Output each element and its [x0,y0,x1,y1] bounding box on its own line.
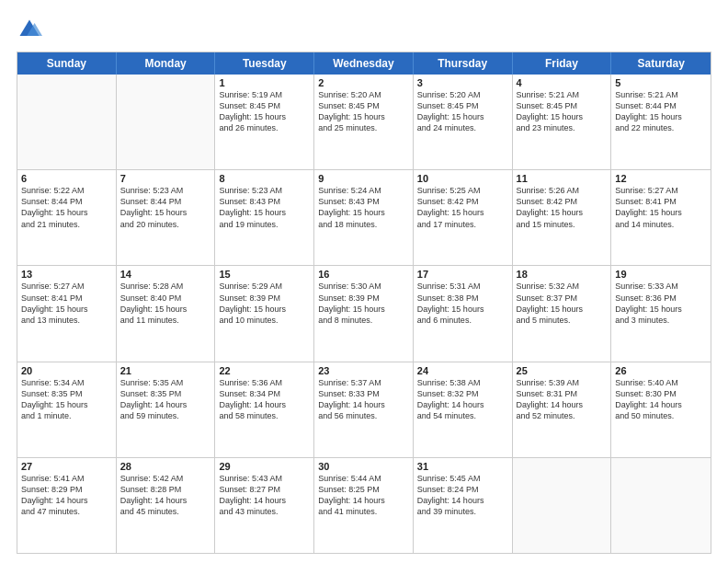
day-info: Sunrise: 5:28 AM Sunset: 8:40 PM Dayligh… [120,281,211,326]
day-info: Sunrise: 5:21 AM Sunset: 8:45 PM Dayligh… [517,89,608,134]
weekday-header-friday: Friday [513,52,612,75]
day-info: Sunrise: 5:34 AM Sunset: 8:35 PM Dayligh… [21,377,112,422]
day-info: Sunrise: 5:19 AM Sunset: 8:45 PM Dayligh… [219,89,310,134]
day-info: Sunrise: 5:41 AM Sunset: 8:29 PM Dayligh… [21,473,112,518]
day-number: 30 [318,461,409,472]
calendar-day-10: 10Sunrise: 5:25 AM Sunset: 8:42 PM Dayli… [414,170,513,265]
day-info: Sunrise: 5:29 AM Sunset: 8:39 PM Dayligh… [219,281,310,326]
day-number: 13 [21,269,112,280]
day-info: Sunrise: 5:39 AM Sunset: 8:31 PM Dayligh… [517,377,608,422]
day-info: Sunrise: 5:35 AM Sunset: 8:35 PM Dayligh… [120,377,211,422]
day-number: 28 [120,461,211,472]
header [17,17,711,42]
day-number: 8 [219,173,310,184]
day-info: Sunrise: 5:43 AM Sunset: 8:27 PM Dayligh… [219,473,310,518]
calendar-day-27: 27Sunrise: 5:41 AM Sunset: 8:29 PM Dayli… [17,458,117,553]
day-number: 23 [318,365,409,376]
logo-icon [17,17,42,42]
calendar-week-1: 1Sunrise: 5:19 AM Sunset: 8:45 PM Daylig… [17,75,711,170]
day-number: 7 [120,173,211,184]
day-number: 1 [219,77,310,88]
calendar-day-22: 22Sunrise: 5:36 AM Sunset: 8:34 PM Dayli… [215,362,314,457]
calendar-day-12: 12Sunrise: 5:27 AM Sunset: 8:41 PM Dayli… [611,170,711,265]
day-number: 19 [615,269,707,280]
calendar-day-9: 9Sunrise: 5:24 AM Sunset: 8:43 PM Daylig… [314,170,414,265]
calendar-day-21: 21Sunrise: 5:35 AM Sunset: 8:35 PM Dayli… [117,362,216,457]
weekday-header-saturday: Saturday [611,52,711,75]
day-number: 11 [517,173,608,184]
day-number: 27 [21,461,112,472]
calendar: SundayMondayTuesdayWednesdayThursdayFrid… [17,52,711,554]
calendar-day-11: 11Sunrise: 5:26 AM Sunset: 8:42 PM Dayli… [513,170,612,265]
calendar-day-4: 4Sunrise: 5:21 AM Sunset: 8:45 PM Daylig… [513,75,612,169]
day-number: 3 [417,77,508,88]
day-info: Sunrise: 5:37 AM Sunset: 8:33 PM Dayligh… [318,377,409,422]
weekday-header-thursday: Thursday [414,52,513,75]
calendar-day-25: 25Sunrise: 5:39 AM Sunset: 8:31 PM Dayli… [513,362,612,457]
day-number: 18 [517,269,608,280]
calendar-day-7: 7Sunrise: 5:23 AM Sunset: 8:44 PM Daylig… [117,170,216,265]
calendar-week-2: 6Sunrise: 5:22 AM Sunset: 8:44 PM Daylig… [17,170,711,266]
day-info: Sunrise: 5:38 AM Sunset: 8:32 PM Dayligh… [417,377,508,422]
day-number: 31 [417,461,508,472]
calendar-day-14: 14Sunrise: 5:28 AM Sunset: 8:40 PM Dayli… [117,266,216,361]
day-info: Sunrise: 5:20 AM Sunset: 8:45 PM Dayligh… [417,89,508,134]
weekday-header-monday: Monday [117,52,216,75]
day-info: Sunrise: 5:44 AM Sunset: 8:25 PM Dayligh… [318,473,409,518]
calendar-day-8: 8Sunrise: 5:23 AM Sunset: 8:43 PM Daylig… [215,170,314,265]
weekday-header-tuesday: Tuesday [215,52,314,75]
day-number: 21 [120,365,211,376]
day-info: Sunrise: 5:45 AM Sunset: 8:24 PM Dayligh… [417,473,508,518]
calendar-body: 1Sunrise: 5:19 AM Sunset: 8:45 PM Daylig… [17,75,711,553]
day-number: 14 [120,269,211,280]
day-number: 22 [219,365,310,376]
day-number: 2 [318,77,409,88]
calendar-day-28: 28Sunrise: 5:42 AM Sunset: 8:28 PM Dayli… [117,458,216,553]
calendar-day-26: 26Sunrise: 5:40 AM Sunset: 8:30 PM Dayli… [611,362,711,457]
day-info: Sunrise: 5:36 AM Sunset: 8:34 PM Dayligh… [219,377,310,422]
day-info: Sunrise: 5:26 AM Sunset: 8:42 PM Dayligh… [517,185,608,230]
calendar-day-5: 5Sunrise: 5:21 AM Sunset: 8:44 PM Daylig… [611,75,711,169]
day-number: 29 [219,461,310,472]
calendar-week-3: 13Sunrise: 5:27 AM Sunset: 8:41 PM Dayli… [17,266,711,362]
calendar-header: SundayMondayTuesdayWednesdayThursdayFrid… [17,52,711,75]
calendar-day-6: 6Sunrise: 5:22 AM Sunset: 8:44 PM Daylig… [17,170,117,265]
day-number: 25 [517,365,608,376]
day-info: Sunrise: 5:33 AM Sunset: 8:36 PM Dayligh… [615,281,707,326]
day-info: Sunrise: 5:23 AM Sunset: 8:43 PM Dayligh… [219,185,310,230]
day-info: Sunrise: 5:21 AM Sunset: 8:44 PM Dayligh… [615,89,707,134]
calendar-day-2: 2Sunrise: 5:20 AM Sunset: 8:45 PM Daylig… [314,75,414,169]
day-number: 4 [517,77,608,88]
calendar-day-17: 17Sunrise: 5:31 AM Sunset: 8:38 PM Dayli… [414,266,513,361]
day-info: Sunrise: 5:40 AM Sunset: 8:30 PM Dayligh… [615,377,707,422]
logo [17,17,46,42]
calendar-day-13: 13Sunrise: 5:27 AM Sunset: 8:41 PM Dayli… [17,266,117,361]
calendar-day-29: 29Sunrise: 5:43 AM Sunset: 8:27 PM Dayli… [215,458,314,553]
calendar-day-3: 3Sunrise: 5:20 AM Sunset: 8:45 PM Daylig… [414,75,513,169]
calendar-day-empty [17,75,117,169]
day-info: Sunrise: 5:24 AM Sunset: 8:43 PM Dayligh… [318,185,409,230]
calendar-day-18: 18Sunrise: 5:32 AM Sunset: 8:37 PM Dayli… [513,266,612,361]
calendar-day-empty [117,75,216,169]
calendar-day-16: 16Sunrise: 5:30 AM Sunset: 8:39 PM Dayli… [314,266,414,361]
day-number: 10 [417,173,508,184]
day-number: 26 [615,365,707,376]
day-info: Sunrise: 5:27 AM Sunset: 8:41 PM Dayligh… [21,281,112,326]
calendar-day-20: 20Sunrise: 5:34 AM Sunset: 8:35 PM Dayli… [17,362,117,457]
day-number: 20 [21,365,112,376]
weekday-header-sunday: Sunday [17,52,117,75]
calendar-day-19: 19Sunrise: 5:33 AM Sunset: 8:36 PM Dayli… [611,266,711,361]
day-number: 17 [417,269,508,280]
day-info: Sunrise: 5:27 AM Sunset: 8:41 PM Dayligh… [615,185,707,230]
calendar-day-24: 24Sunrise: 5:38 AM Sunset: 8:32 PM Dayli… [414,362,513,457]
day-number: 9 [318,173,409,184]
day-info: Sunrise: 5:30 AM Sunset: 8:39 PM Dayligh… [318,281,409,326]
day-number: 16 [318,269,409,280]
calendar-day-30: 30Sunrise: 5:44 AM Sunset: 8:25 PM Dayli… [314,458,414,553]
day-number: 5 [615,77,707,88]
day-info: Sunrise: 5:25 AM Sunset: 8:42 PM Dayligh… [417,185,508,230]
day-info: Sunrise: 5:22 AM Sunset: 8:44 PM Dayligh… [21,185,112,230]
calendar-day-31: 31Sunrise: 5:45 AM Sunset: 8:24 PM Dayli… [414,458,513,553]
day-info: Sunrise: 5:32 AM Sunset: 8:37 PM Dayligh… [517,281,608,326]
page: SundayMondayTuesdayWednesdayThursdayFrid… [0,0,728,563]
